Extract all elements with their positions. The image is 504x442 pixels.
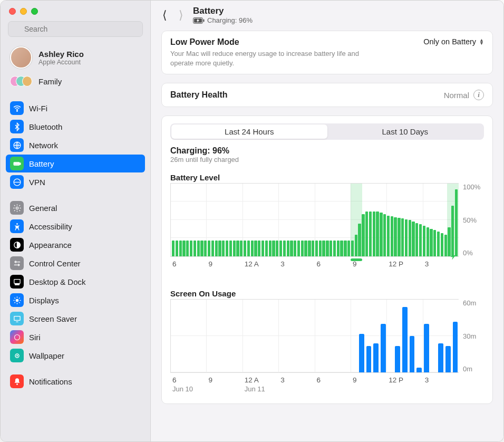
nav-forward-button[interactable]: ⟩	[179, 8, 183, 22]
battery-level-chart	[170, 183, 459, 257]
sidebar-label: Desktop & Dock	[29, 277, 86, 286]
sidebar-label: Notifications	[29, 377, 72, 386]
low-power-title: Low Power Mode	[170, 37, 360, 47]
sidebar-item-displays[interactable]: Displays	[6, 291, 145, 309]
wifi-icon	[10, 101, 24, 115]
sidebar-item-accessibility[interactable]: Accessibility	[6, 217, 145, 235]
info-button[interactable]: i	[473, 90, 484, 100]
sidebar-item-controlcenter[interactable]: Control Center	[6, 254, 145, 272]
date-axis: Jun 10Jun 11	[170, 385, 484, 393]
tab-last-10-days[interactable]: Last 10 Days	[327, 124, 483, 139]
svg-rect-15	[14, 279, 20, 283]
sidebar-label: Network	[29, 141, 58, 150]
screen-on-title: Screen On Usage	[170, 289, 484, 298]
battery-health-value: Normal	[444, 91, 469, 100]
account-subtitle: Apple Account	[38, 59, 84, 66]
sidebar-label: Displays	[29, 296, 59, 305]
sidebar-label: Battery	[29, 159, 54, 168]
sidebar-label: Control Center	[29, 259, 81, 268]
tab-last-24-hours[interactable]: Last 24 Hours	[171, 124, 327, 139]
sidebar-item-appearance[interactable]: Appearance	[6, 236, 145, 254]
sidebar-label: Screen Saver	[29, 314, 77, 323]
svg-line-24	[14, 302, 15, 303]
low-power-mode-select[interactable]: Only on Battery ▲▼	[423, 37, 484, 46]
sidebar-item-family[interactable]: Family	[6, 73, 145, 92]
sidebar-item-siri[interactable]: Siri	[6, 328, 145, 346]
svg-point-9	[16, 223, 18, 225]
battery-health-title: Battery Health	[170, 90, 227, 100]
sidebar-item-vpn[interactable]: VPN	[6, 173, 145, 191]
family-label: Family	[38, 77, 62, 86]
battery-x-axis: 6912 A36912 P3	[170, 260, 484, 268]
control-center-icon	[10, 256, 24, 270]
search-input[interactable]	[8, 21, 143, 37]
sidebar-label: Wi-Fi	[29, 104, 47, 113]
svg-rect-5	[20, 163, 20, 165]
close-window-button[interactable]	[9, 8, 16, 15]
svg-point-13	[17, 264, 19, 265]
battery-indicator-icon	[193, 17, 205, 24]
sidebar-item-notifications[interactable]: Notifications	[6, 372, 145, 390]
chevron-updown-icon: ▲▼	[479, 39, 484, 45]
sidebar-label: General	[29, 204, 57, 213]
svg-line-22	[14, 297, 15, 298]
low-power-value: Only on Battery	[423, 37, 476, 46]
svg-rect-33	[203, 19, 205, 22]
minimize-window-button[interactable]	[20, 8, 27, 15]
header-subtitle: Charging: 96%	[207, 16, 253, 24]
svg-point-2	[16, 110, 17, 111]
screensaver-icon	[10, 312, 24, 325]
svg-point-28	[14, 334, 20, 340]
usage-x-axis: 6912 A36912 P3	[170, 376, 484, 384]
sidebar-item-network[interactable]: Network	[6, 136, 145, 154]
usage-y-axis: 60m30m0m	[459, 299, 484, 373]
sidebar-item-general[interactable]: General	[6, 199, 145, 217]
battery-health-panel: Battery Health Normal i	[161, 83, 493, 107]
sidebar-item-wifi[interactable]: Wi-Fi	[6, 99, 145, 117]
svg-point-31	[16, 383, 18, 385]
svg-point-30	[16, 355, 18, 357]
charging-bolt-icon	[449, 252, 458, 263]
avatar	[10, 46, 32, 69]
svg-rect-6	[14, 163, 18, 165]
gear-icon	[10, 201, 24, 215]
nav-back-button[interactable]: ⟨	[162, 8, 167, 22]
bell-icon	[10, 374, 24, 388]
sidebar-item-account[interactable]: Ashley Rico Apple Account	[6, 42, 145, 73]
sidebar-label: Appearance	[29, 241, 72, 249]
desktop-dock-icon	[10, 275, 24, 289]
account-name: Ashley Rico	[38, 50, 84, 59]
svg-point-11	[15, 261, 16, 263]
bluetooth-icon	[10, 120, 24, 133]
sidebar-item-bluetooth[interactable]: Bluetooth	[6, 118, 145, 136]
family-avatars	[10, 76, 32, 87]
battery-level-title: Battery Level	[170, 173, 484, 182]
sidebar-item-wallpaper[interactable]: Wallpaper	[6, 347, 145, 364]
siri-icon	[10, 330, 24, 344]
vpn-icon	[10, 175, 24, 189]
header: ⟨ ⟩ Battery Charging: 96%	[151, 1, 503, 28]
main-content: ⟨ ⟩ Battery Charging: 96% Low Power Mode	[151, 1, 503, 441]
sidebar-item-desktopdock[interactable]: Desktop & Dock	[6, 273, 145, 291]
sidebar-label: Bluetooth	[29, 122, 62, 131]
svg-point-8	[16, 207, 18, 209]
sidebar-label: Wallpaper	[29, 351, 64, 360]
svg-line-23	[19, 302, 20, 303]
charging-status: Charging: 96%	[170, 146, 484, 156]
screen-on-chart	[170, 299, 459, 373]
settings-window: Ashley Rico Apple Account Family Wi-Fi B…	[0, 0, 504, 442]
fullscreen-window-button[interactable]	[31, 8, 38, 15]
battery-y-axis: 100%50%0%	[459, 183, 484, 257]
window-controls	[1, 1, 150, 21]
accessibility-icon	[10, 219, 24, 233]
page-title: Battery	[193, 6, 253, 16]
svg-line-25	[19, 297, 20, 298]
sidebar-item-screensaver[interactable]: Screen Saver	[6, 310, 145, 328]
globe-icon	[10, 138, 24, 152]
charging-eta: 26m until fully charged	[170, 156, 484, 164]
low-power-desc: Your Mac will reduce energy usage to inc…	[170, 49, 360, 68]
sidebar-item-battery[interactable]: Battery	[6, 155, 145, 172]
battery-icon	[10, 157, 24, 170]
displays-icon	[10, 293, 24, 307]
sidebar: Ashley Rico Apple Account Family Wi-Fi B…	[1, 1, 151, 441]
